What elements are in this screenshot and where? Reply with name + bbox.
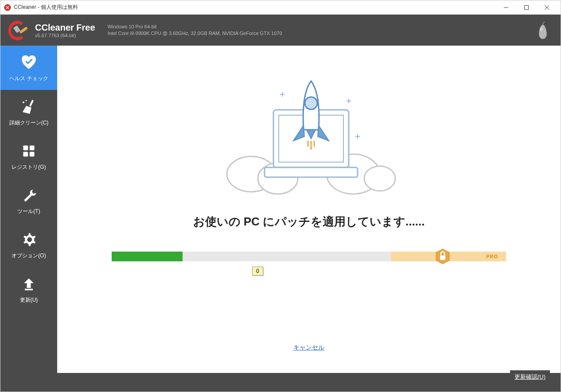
sidebar-item-options[interactable]: オプション(O) — [0, 223, 57, 267]
pro-label: PRO — [486, 254, 498, 259]
product-info: CCleaner Free v5.67.7763 (64-bit) — [35, 23, 95, 38]
progress-tooltip: 0 — [252, 267, 263, 276]
product-version: v5.67.7763 (64-bit) — [35, 33, 95, 38]
sidebar-item-health-check[interactable]: ヘルス チェック — [0, 46, 57, 90]
svg-rect-5 — [19, 27, 28, 34]
grid-icon — [20, 142, 38, 160]
sidebar-label: ツール(T) — [17, 208, 40, 215]
sidebar-label: 詳細クリーン(C) — [9, 119, 49, 127]
svg-rect-23 — [265, 167, 358, 177]
svg-point-20 — [364, 166, 395, 191]
heart-check-icon — [20, 54, 38, 71]
sidebar-label: オプション(O) — [12, 252, 46, 260]
broom-icon — [20, 98, 38, 116]
progress-bar: PRO — [112, 252, 506, 261]
wrench-icon — [20, 186, 38, 204]
update-check-link[interactable]: 更新確認(U) — [510, 370, 550, 384]
app-icon — [4, 4, 11, 11]
svg-point-7 — [540, 27, 542, 31]
minimize-button[interactable] — [496, 0, 516, 15]
svg-point-9 — [23, 101, 24, 103]
pear-icon[interactable] — [535, 20, 551, 40]
sys-os: Windows 10 Pro 64-bit — [108, 23, 535, 30]
svg-rect-12 — [30, 145, 35, 150]
svg-point-10 — [26, 100, 27, 101]
footer-bar — [57, 373, 561, 392]
lock-icon — [434, 248, 451, 265]
svg-point-24 — [305, 97, 317, 109]
rocket-illustration — [216, 72, 402, 196]
svg-rect-16 — [25, 288, 33, 290]
status-headline: お使いの PC にパッチを適用しています...... — [193, 214, 425, 229]
svg-rect-35 — [440, 256, 445, 260]
window-controls — [496, 0, 557, 15]
svg-rect-2 — [525, 5, 529, 9]
sidebar-item-update[interactable]: 更新(U) — [0, 267, 57, 311]
svg-point-15 — [27, 237, 32, 242]
svg-rect-14 — [30, 151, 35, 156]
progress-fill — [112, 252, 183, 261]
sys-hw: Intel Core i9-9900K CPU @ 3.60GHz, 32.0G… — [108, 30, 535, 37]
close-button[interactable] — [537, 0, 557, 15]
window-title: CCleaner - 個人使用は無料 — [14, 4, 496, 11]
ccleaner-logo-icon — [6, 18, 30, 42]
svg-rect-6 — [13, 25, 20, 33]
upload-arrow-icon — [20, 275, 38, 293]
app-header: CCleaner Free v5.67.7763 (64-bit) Window… — [0, 15, 561, 46]
svg-rect-13 — [23, 151, 28, 156]
svg-rect-8 — [29, 99, 34, 106]
main-content: お使いの PC にパッチを適用しています...... PRO 0 キャンセル 更… — [57, 46, 561, 392]
titlebar: CCleaner - 個人使用は無料 — [0, 0, 561, 15]
maximize-button[interactable] — [516, 0, 537, 15]
svg-rect-11 — [23, 145, 28, 150]
sidebar-item-tools[interactable]: ツール(T) — [0, 179, 57, 223]
sidebar-label: 更新(U) — [20, 296, 38, 304]
sidebar-item-custom-clean[interactable]: 詳細クリーン(C) — [0, 90, 57, 134]
product-name: CCleaner Free — [35, 23, 95, 33]
sidebar: ヘルス チェック 詳細クリーン(C) レジストリ(G) ツール(T) オプション… — [0, 46, 57, 392]
gear-icon — [20, 231, 38, 248]
sidebar-item-registry[interactable]: レジストリ(G) — [0, 134, 57, 179]
sidebar-label: ヘルス チェック — [9, 75, 48, 82]
system-info: Windows 10 Pro 64-bit Intel Core i9-9900… — [108, 23, 535, 37]
cancel-link[interactable]: キャンセル — [293, 344, 324, 352]
sidebar-label: レジストリ(G) — [12, 163, 46, 171]
